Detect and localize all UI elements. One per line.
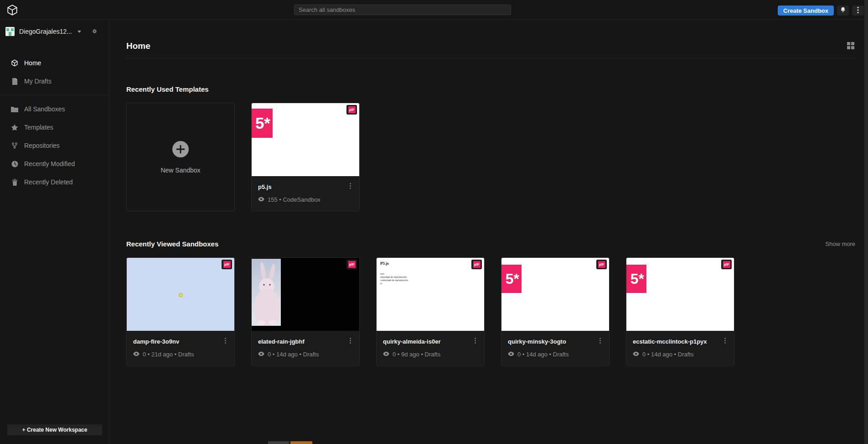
show-more-link[interactable]: Show more — [825, 240, 855, 247]
card-title: damp-fire-3o9nv — [133, 338, 179, 345]
card-meta-text: 0 • 14d ago • Drafts — [517, 351, 568, 358]
card-menu-button[interactable] — [723, 337, 728, 346]
header-divider — [126, 58, 855, 58]
grid-view-button[interactable] — [846, 41, 855, 52]
bottom-edge-gray-bar — [268, 441, 289, 444]
template-card-p5js[interactable]: 5* p5* p5.js — [251, 103, 360, 211]
sidebar-divider — [0, 95, 109, 95]
sandbox-card[interactable]: 5* p5* quirky-minsky-3ogto — [501, 257, 610, 366]
workspace-name: DiegoGrajales12... — [19, 28, 72, 35]
card-menu-button[interactable] — [348, 182, 353, 191]
card-footer: damp-fire-3o9nv 0 • 21d ago • D — [127, 331, 234, 366]
page-title: Home — [126, 41, 150, 51]
sidebar-item-label: My Drafts — [24, 78, 52, 85]
sandbox-card[interactable]: 5* p5* ecstatic-mcclintock-p1pyx — [626, 257, 734, 366]
sandbox-card[interactable]: p5* elated-rain-jgbhf — [251, 257, 360, 366]
new-sandbox-label: New Sandbox — [160, 167, 200, 174]
sidebar: DiegoGrajales12... — [0, 20, 109, 444]
p5-template-badge-icon: p5* — [596, 260, 607, 269]
eye-icon — [383, 351, 389, 358]
card-menu-button[interactable] — [348, 337, 353, 346]
sidebar-item-recently-modified[interactable]: Recently Modified — [0, 155, 109, 173]
kebab-menu-icon — [857, 6, 859, 15]
sandbox-thumbnail: 5* p5* — [501, 258, 609, 331]
p5-logo: 5* — [501, 265, 522, 293]
topbar-menu-button[interactable] — [852, 5, 864, 16]
star-icon — [11, 124, 18, 131]
card-title: ecstatic-mcclintock-p1pyx — [633, 338, 707, 345]
recently-viewed-sandboxes-heading: Recently Viewed Sandboxes — [126, 240, 218, 248]
sidebar-item-all-sandboxes[interactable]: All Sandboxes — [0, 100, 109, 118]
card-footer: elated-rain-jgbhf 0 • 14d ago • — [252, 331, 359, 366]
p5-template-badge-icon: p5* — [721, 260, 732, 269]
bell-icon — [840, 6, 846, 15]
sidebar-item-home[interactable]: Home — [0, 54, 109, 72]
card-meta-text: 0 • 21d ago • Drafts — [143, 351, 194, 358]
workspace-settings-button[interactable] — [92, 28, 97, 35]
create-new-workspace-button[interactable]: + Create New Workspace — [7, 424, 102, 435]
grid-view-icon — [847, 44, 854, 51]
card-footer: quirky-minsky-3ogto 0 • 14d ago — [501, 331, 609, 366]
notifications-button[interactable] — [837, 5, 849, 16]
sandbox-card[interactable]: P5.js mm: velocidad de reproducción +vel… — [376, 257, 485, 366]
eye-icon — [508, 351, 514, 358]
bottom-edge-orange-bar — [290, 441, 312, 444]
templates-cards-row: New Sandbox 5* p5* p5.js — [126, 103, 855, 211]
recently-used-templates-heading: Recently Used Templates — [126, 85, 855, 93]
plus-circle-icon — [172, 141, 189, 160]
cube-icon — [11, 59, 18, 67]
p5-logo: 5* — [252, 109, 273, 138]
card-meta-text: 0 • 14d ago • Drafts — [268, 351, 319, 358]
card-menu-button[interactable] — [473, 337, 478, 346]
sandbox-thumbnail: p5* — [252, 258, 359, 331]
codesandbox-logo-icon[interactable] — [6, 4, 18, 16]
chevron-down-icon — [78, 31, 81, 33]
p5-template-badge-icon: p5* — [222, 260, 232, 269]
gear-icon — [92, 28, 97, 35]
new-sandbox-card[interactable]: New Sandbox — [126, 103, 235, 211]
card-title: p5.js — [258, 183, 272, 190]
sandbox-thumbnail: p5* — [127, 258, 234, 331]
thumbnail-document-text: P5.js mm: velocidad de reproducción +vel… — [377, 258, 484, 285]
card-meta-text: 0 • 9d ago • Drafts — [393, 351, 440, 358]
card-meta-text: 155 • CodeSandbox — [268, 196, 320, 203]
git-fork-icon — [11, 142, 18, 149]
video-frame — [252, 259, 281, 326]
canvas-dot — [179, 293, 183, 297]
p5-template-badge-icon: p5* — [346, 260, 357, 269]
card-title: quirky-minsky-3ogto — [508, 338, 566, 345]
p5-template-badge-icon: p5* — [471, 260, 482, 269]
card-menu-button[interactable] — [223, 337, 228, 346]
sandbox-thumbnail: 5* p5* — [626, 258, 734, 331]
sidebar-item-label: All Sandboxes — [24, 105, 65, 113]
clock-icon — [11, 161, 18, 167]
folder-icon — [11, 106, 18, 112]
sandbox-card[interactable]: p5* damp-fire-3o9nv — [126, 257, 235, 366]
eye-icon — [258, 196, 264, 203]
card-meta-text: 0 • 14d ago • Drafts — [642, 351, 693, 358]
page-header: Home — [126, 41, 855, 52]
workspace-avatar — [5, 27, 15, 36]
sandboxes-cards-row: p5* damp-fire-3o9nv — [126, 257, 855, 366]
template-thumbnail: 5* p5* — [252, 103, 359, 176]
workspace-selector[interactable]: DiegoGrajales12... — [0, 22, 109, 41]
card-menu-button[interactable] — [598, 337, 603, 346]
sidebar-item-label: Repositories — [24, 142, 60, 149]
create-sandbox-button[interactable]: Create Sandbox — [778, 5, 834, 16]
scrollbar-track[interactable] — [864, 0, 868, 444]
sidebar-item-templates[interactable]: Templates — [0, 118, 109, 136]
sidebar-item-my-drafts[interactable]: My Drafts — [0, 72, 109, 90]
sidebar-item-label: Templates — [24, 124, 53, 131]
sidebar-item-label: Home — [24, 59, 41, 67]
p5-template-badge-icon: p5* — [346, 105, 357, 115]
search-input[interactable] — [294, 5, 511, 15]
sidebar-item-recently-deleted[interactable]: Recently Deleted — [0, 173, 109, 191]
trash-icon — [11, 179, 18, 186]
card-footer: ecstatic-mcclintock-p1pyx 0 • 1 — [626, 331, 734, 366]
sandbox-thumbnail: P5.js mm: velocidad de reproducción +vel… — [377, 258, 484, 331]
sandboxes-section-header: Recently Viewed Sandboxes Show more — [126, 240, 855, 248]
p5-logo: 5* — [626, 265, 646, 293]
topbar: Create Sandbox — [0, 0, 868, 20]
sidebar-item-repositories[interactable]: Repositories — [0, 136, 109, 155]
eye-icon — [258, 351, 264, 358]
